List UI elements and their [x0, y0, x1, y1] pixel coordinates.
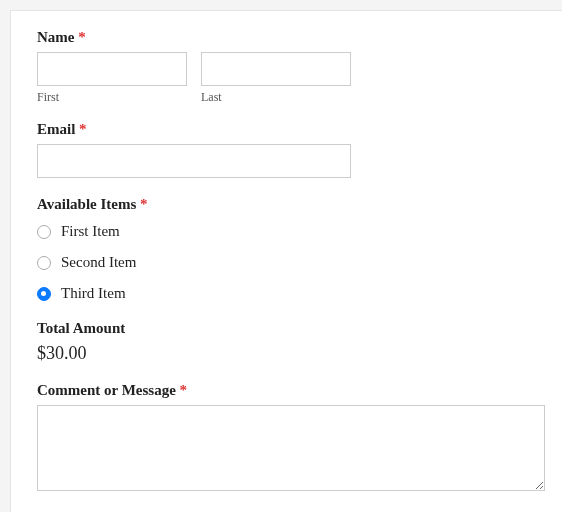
email-input[interactable]: [37, 144, 351, 178]
radio-label: Second Item: [61, 254, 136, 271]
items-label: Available Items *: [37, 196, 545, 213]
first-name-input[interactable]: [37, 52, 187, 86]
first-name-col: First: [37, 52, 187, 105]
items-radio-second[interactable]: Second Item: [37, 254, 545, 271]
items-radio-list: First Item Second Item Third Item: [37, 223, 545, 302]
required-marker: *: [78, 29, 86, 45]
name-field-group: Name * First Last: [37, 29, 545, 105]
radio-icon: [37, 225, 51, 239]
form-card: Name * First Last Email * Available Item…: [10, 10, 562, 512]
required-marker: *: [180, 382, 188, 398]
items-field-group: Available Items * First Item Second Item…: [37, 196, 545, 302]
items-radio-first[interactable]: First Item: [37, 223, 545, 240]
total-amount: $30.00: [37, 343, 545, 364]
required-marker: *: [79, 121, 87, 137]
comment-label: Comment or Message *: [37, 382, 545, 399]
name-label-text: Name: [37, 29, 75, 45]
name-row: First Last: [37, 52, 545, 105]
name-label: Name *: [37, 29, 545, 46]
total-block: Total Amount $30.00: [37, 320, 545, 364]
comment-field-group: Comment or Message *: [37, 382, 545, 495]
items-radio-third[interactable]: Third Item: [37, 285, 545, 302]
last-name-col: Last: [201, 52, 351, 105]
email-label-text: Email: [37, 121, 75, 137]
radio-label: First Item: [61, 223, 120, 240]
comment-textarea[interactable]: [37, 405, 545, 491]
email-field-group: Email *: [37, 121, 545, 178]
email-input-wrap: [37, 144, 351, 178]
radio-label: Third Item: [61, 285, 126, 302]
last-sublabel: Last: [201, 90, 351, 105]
total-label: Total Amount: [37, 320, 545, 337]
first-sublabel: First: [37, 90, 187, 105]
radio-icon: [37, 287, 51, 301]
items-label-text: Available Items: [37, 196, 136, 212]
comment-label-text: Comment or Message: [37, 382, 176, 398]
email-label: Email *: [37, 121, 545, 138]
required-marker: *: [140, 196, 148, 212]
last-name-input[interactable]: [201, 52, 351, 86]
radio-icon: [37, 256, 51, 270]
